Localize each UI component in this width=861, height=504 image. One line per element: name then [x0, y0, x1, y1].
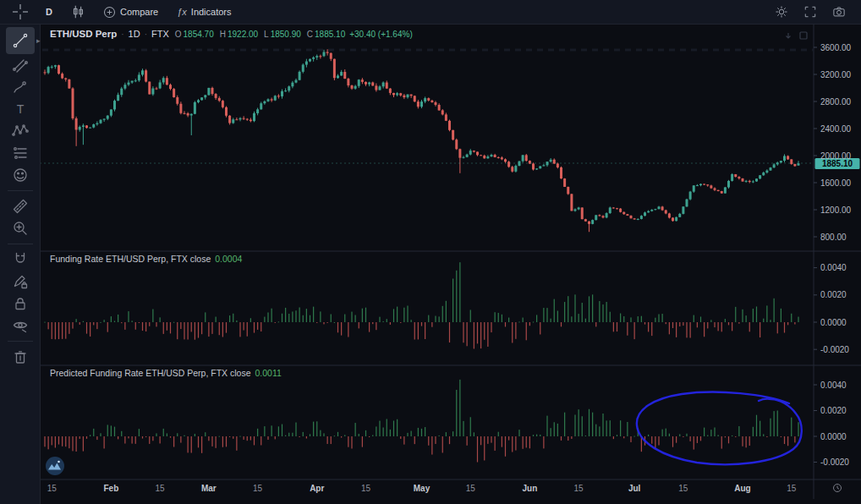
svg-text:-0.0020: -0.0020: [820, 345, 849, 354]
svg-text:15: 15: [574, 484, 584, 493]
svg-text:Jun: Jun: [522, 484, 537, 493]
svg-text:1885.10: 1885.10: [822, 159, 853, 168]
svg-text:0.0040: 0.0040: [820, 381, 847, 390]
chart-canvas[interactable]: 1885.103600.003200.002800.002400.002000.…: [0, 0, 861, 504]
svg-text:Mar: Mar: [201, 484, 217, 493]
svg-text:1600.00: 1600.00: [820, 178, 852, 188]
svg-text:Aug: Aug: [734, 484, 750, 493]
symbol-legend: ETH/USD Perp · 1D · FTX O 1854.70 H 1922…: [50, 29, 413, 39]
tool-magnet-mode[interactable]: [6, 249, 35, 271]
open-value: 1854.70: [184, 30, 214, 39]
svg-text:0.0020: 0.0020: [820, 406, 847, 415]
high-label: H: [220, 30, 226, 39]
close-value: 1885.10: [315, 30, 345, 39]
svg-text:2400.00: 2400.00: [820, 124, 852, 134]
open-label: O: [175, 30, 182, 39]
magnet-mode-icon: [11, 250, 30, 269]
svg-text:0.0000: 0.0000: [820, 432, 847, 441]
predicted-funding-rate-value: 0.0011: [255, 368, 282, 378]
svg-text:15: 15: [47, 484, 58, 493]
low-label: L: [264, 30, 269, 39]
predicted-funding-rate-title[interactable]: Predicted Funding Rate ETH/USD Perp, FTX…: [50, 368, 251, 378]
sidebar-divider: [8, 244, 33, 244]
svg-text:Feb: Feb: [103, 484, 118, 493]
interval-button[interactable]: D: [42, 5, 56, 19]
funding-rate-value: 0.0004: [215, 254, 242, 264]
symbol-exchange[interactable]: FTX: [151, 29, 169, 39]
svg-text:Apr: Apr: [310, 484, 324, 493]
svg-text:-0.0020: -0.0020: [820, 457, 849, 467]
sidebar-divider: [8, 341, 33, 342]
svg-text:15: 15: [156, 484, 166, 493]
forecast-position-tools-icon: [11, 144, 30, 162]
drawing-tools-sidebar: ▸T: [0, 24, 41, 504]
trading-chart-app: D Compare ƒx Indicators: [0, 0, 861, 504]
tool-gann-fib-tools[interactable]: [6, 54, 35, 76]
compare-label: Compare: [120, 7, 158, 17]
crosshair-icon[interactable]: [10, 2, 30, 22]
stay-in-drawing-mode-icon: [11, 272, 30, 291]
svg-text:2800.00: 2800.00: [820, 97, 852, 107]
tool-forecast-position-tools[interactable]: [6, 142, 35, 164]
text-tool-icon: T: [11, 100, 30, 118]
funding-rate-title[interactable]: Funding Rate ETH/USD Perp, FTX close: [50, 254, 211, 264]
svg-text:Jul: Jul: [628, 484, 641, 493]
fx-icon: ƒx: [177, 7, 187, 17]
trend-line-icon: [11, 31, 30, 50]
change-value: +30.40 (+1.64%): [349, 30, 413, 39]
symbol-interval[interactable]: 1D: [129, 29, 140, 39]
tool-stay-in-drawing-mode[interactable]: [6, 271, 35, 293]
tool-brush[interactable]: [6, 76, 35, 98]
tool-emoji[interactable]: [6, 164, 35, 186]
svg-text:May: May: [414, 484, 430, 493]
tool-hide-all-drawings[interactable]: [6, 315, 35, 337]
compare-plus-icon: [103, 6, 116, 19]
gann-fib-tools-icon: [11, 56, 30, 74]
ruler-measure-icon: [11, 197, 30, 216]
sidebar-divider: [8, 190, 33, 191]
svg-text:3200.00: 3200.00: [820, 70, 852, 79]
svg-text:15: 15: [253, 484, 263, 493]
fullscreen-icon[interactable]: [800, 2, 820, 22]
symbol-title[interactable]: ETH/USD Perp: [50, 29, 117, 39]
svg-text:0.0020: 0.0020: [820, 290, 847, 299]
time-axis[interactable]: 15Feb15Mar15Apr15May15Jun15Jul15Aug15: [47, 484, 797, 493]
remove-objects-icon: [11, 348, 30, 366]
tool-xabcd-pattern[interactable]: [6, 120, 35, 142]
tool-trend-line[interactable]: ▸: [6, 27, 35, 54]
predicted-funding-rate-legend: Predicted Funding Rate ETH/USD Perp, FTX…: [50, 368, 282, 378]
compare-button[interactable]: Compare: [100, 4, 162, 20]
tool-zoom-in[interactable]: [6, 217, 35, 239]
hide-all-drawings-icon: [11, 316, 30, 335]
chart-style-candles-icon[interactable]: [68, 2, 88, 22]
lock-all-drawings-icon: [11, 294, 30, 313]
indicators-button[interactable]: ƒx Indicators: [173, 5, 234, 19]
svg-text:0.0000: 0.0000: [820, 318, 847, 327]
cloud-logo-icon[interactable]: [46, 457, 64, 475]
toolbar-right-group: [771, 2, 861, 22]
svg-text:800.00: 800.00: [820, 233, 847, 242]
svg-text:15: 15: [361, 484, 371, 493]
funding-rate-legend: Funding Rate ETH/USD Perp, FTX close 0.0…: [50, 254, 242, 264]
tool-text-tool[interactable]: T: [6, 98, 35, 120]
svg-text:2000.00: 2000.00: [820, 151, 852, 161]
svg-text:3600.00: 3600.00: [820, 43, 852, 52]
svg-text:15: 15: [466, 484, 476, 493]
toolbar-left-group: D Compare ƒx Indicators: [0, 2, 235, 22]
svg-text:0.0040: 0.0040: [820, 263, 847, 272]
emoji-icon: [11, 166, 30, 184]
svg-text:15: 15: [678, 484, 688, 493]
tool-ruler-measure[interactable]: [6, 195, 35, 217]
close-label: C: [307, 30, 313, 39]
settings-gear-icon[interactable]: [771, 2, 792, 22]
zoom-in-icon: [11, 219, 30, 238]
svg-text:T: T: [16, 102, 24, 116]
tool-expand-chevron-icon[interactable]: ▸: [36, 36, 41, 45]
xabcd-pattern-icon: [11, 122, 30, 140]
tool-lock-all-drawings[interactable]: [6, 293, 35, 315]
low-value: 1850.90: [271, 30, 301, 39]
svg-text:1200.00: 1200.00: [820, 205, 852, 215]
snapshot-camera-icon[interactable]: [829, 2, 849, 22]
legend-separator: ·: [121, 30, 123, 39]
tool-remove-objects[interactable]: [6, 346, 35, 368]
